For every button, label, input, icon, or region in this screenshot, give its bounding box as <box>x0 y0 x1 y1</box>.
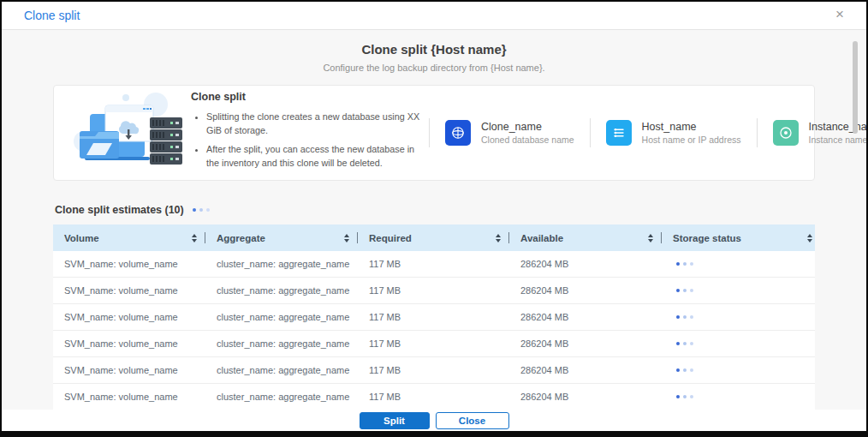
vertical-scrollbar[interactable] <box>853 41 858 134</box>
host-name-item: Host_name Host name or IP address <box>591 120 757 146</box>
volume-cell: SVM_name: volume_name <box>53 384 205 410</box>
clone-name-label: Clone_name <box>481 121 574 133</box>
available-cell: 286204 MB <box>509 384 662 410</box>
instance-name-label: Instance_name <box>809 121 868 133</box>
status-loading-dots-icon <box>676 342 693 345</box>
available-cell: 286204 MB <box>509 278 662 303</box>
aggregate-cell: cluster_name: aggregate_name <box>205 278 358 303</box>
clone-icon <box>445 120 471 146</box>
aggregate-cell: cluster_name: aggregate_name <box>205 384 358 410</box>
table-row[interactable]: SVM_name: volume_name cluster_name: aggr… <box>53 251 815 278</box>
dialog-header: Clone split × <box>2 2 866 30</box>
storage-status-cell <box>662 304 815 330</box>
host-icon <box>606 120 632 146</box>
page-title: Clone split {Host name} <box>2 42 866 57</box>
aggregate-cell: cluster_name: aggregate_name <box>205 331 358 356</box>
sort-icon[interactable] <box>493 232 503 244</box>
close-button[interactable]: Close <box>436 412 509 429</box>
estimates-title: Clone split estimates (10) <box>55 204 184 216</box>
sort-icon[interactable] <box>189 232 199 244</box>
instance-name-sublabel: Instance name <box>809 135 868 145</box>
storage-status-cell <box>662 384 815 410</box>
table-row[interactable]: SVM_name: volume_name cluster_name: aggr… <box>53 331 815 357</box>
storage-status-cell <box>662 357 815 383</box>
required-cell: 117 MB <box>358 304 509 330</box>
available-cell: 286204 MB <box>509 251 662 277</box>
volume-cell: SVM_name: volume_name <box>53 278 205 303</box>
host-name-sublabel: Host name or IP address <box>642 135 741 145</box>
column-header-storage-status: Storage status <box>662 224 815 251</box>
dialog-footer: Split Close <box>2 410 866 431</box>
volume-cell: SVM_name: volume_name <box>53 304 205 330</box>
available-cell: 286204 MB <box>509 331 662 356</box>
column-header-required: Required <box>358 224 509 251</box>
volume-cell: SVM_name: volume_name <box>53 331 205 356</box>
sort-icon[interactable] <box>805 232 815 244</box>
card-bullet: After the split, you can access the new … <box>206 142 424 170</box>
table-header-row: Volume Aggregate Required Available Stor… <box>53 224 815 251</box>
status-loading-dots-icon <box>676 368 693 372</box>
sort-icon[interactable] <box>342 232 352 244</box>
status-loading-dots-icon <box>676 315 693 319</box>
instance-icon <box>773 120 799 146</box>
estimates-table: Volume Aggregate Required Available Stor… <box>53 224 815 410</box>
available-cell: 286204 MB <box>509 357 662 383</box>
page-subtitle: Configure the log backup directory from … <box>2 63 866 73</box>
available-cell: 286204 MB <box>509 304 662 330</box>
table-row[interactable]: SVM_name: volume_name cluster_name: aggr… <box>53 304 815 331</box>
storage-status-cell <box>662 278 815 303</box>
table-row[interactable]: SVM_name: volume_name cluster_name: aggr… <box>53 357 815 384</box>
volume-cell: SVM_name: volume_name <box>53 251 205 277</box>
card-title: Clone split <box>191 91 424 103</box>
host-name-label: Host_name <box>642 121 741 133</box>
volume-cell: SVM_name: volume_name <box>53 357 205 383</box>
card-bullet: Splitting the clone creates a new databa… <box>206 110 424 137</box>
loading-dots-icon <box>193 208 210 212</box>
storage-status-cell <box>662 251 815 277</box>
required-cell: 117 MB <box>358 278 509 303</box>
sort-icon[interactable] <box>645 232 656 244</box>
required-cell: 117 MB <box>358 331 509 356</box>
table-row[interactable]: SVM_name: volume_name cluster_name: aggr… <box>53 278 815 304</box>
clone-name-item: Clone_name Cloned database name <box>430 120 590 146</box>
dialog-title: Clone split <box>24 9 80 22</box>
table-row[interactable]: SVM_name: volume_name cluster_name: aggr… <box>53 384 815 410</box>
aggregate-cell: cluster_name: aggregate_name <box>205 304 358 330</box>
status-loading-dots-icon <box>676 262 693 266</box>
clone-split-description: Clone split Splitting the clone creates … <box>191 91 429 176</box>
storage-status-cell <box>662 331 815 356</box>
clone-split-dialog: Clone split × Clone split {Host name} Co… <box>0 0 868 437</box>
aggregate-cell: cluster_name: aggregate_name <box>205 251 358 277</box>
split-button[interactable]: Split <box>360 412 430 429</box>
close-icon[interactable]: × <box>830 5 849 24</box>
card-bullet-list: Splitting the clone creates a new databa… <box>206 110 424 171</box>
column-header-volume: Volume <box>53 224 205 251</box>
required-cell: 117 MB <box>358 384 509 410</box>
required-cell: 117 MB <box>358 251 509 277</box>
column-header-aggregate: Aggregate <box>205 224 358 251</box>
aggregate-cell: cluster_name: aggregate_name <box>205 357 358 383</box>
status-loading-dots-icon <box>676 395 693 398</box>
status-loading-dots-icon <box>676 289 693 292</box>
estimates-heading-row: Clone split estimates (10) <box>55 204 210 216</box>
clone-split-illustration <box>54 92 191 174</box>
column-header-available: Available <box>509 224 662 251</box>
instance-name-item: Instance_name Instance name <box>758 120 868 146</box>
clone-split-info-card: Clone split Splitting the clone creates … <box>53 85 815 181</box>
clone-name-sublabel: Cloned database name <box>481 135 574 145</box>
required-cell: 117 MB <box>358 357 509 383</box>
